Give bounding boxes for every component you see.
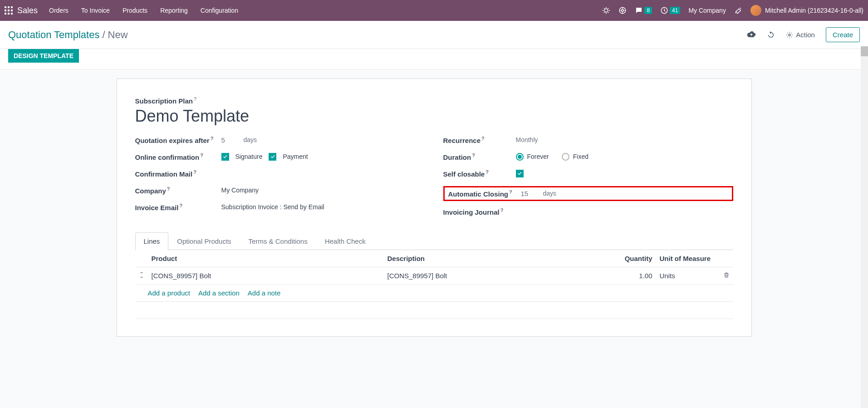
cell-description[interactable]: [CONS_89957] Bolt — [384, 267, 620, 284]
self-closable-label: Self closable — [443, 170, 485, 178]
expires-label: Quotation expires after — [135, 137, 210, 144]
svg-rect-8 — [11, 13, 13, 15]
cell-quantity[interactable]: 1.00 — [620, 267, 656, 284]
messages-badge: 8 — [644, 7, 652, 14]
table-row[interactable]: [CONS_89957] Bolt [CONS_89957] Bolt 1.00… — [135, 267, 733, 284]
tab-health-check[interactable]: Health Check — [316, 232, 374, 250]
help-icon[interactable]: ? — [485, 169, 489, 175]
design-template-button[interactable]: DESIGN TEMPLATE — [8, 49, 79, 63]
svg-rect-1 — [8, 6, 10, 8]
lines-table: Product Description Quantity Unit of Mea… — [135, 250, 733, 285]
col-description: Description — [384, 250, 620, 267]
form-left-col: Quotation expires after? days Online con… — [135, 136, 425, 224]
duration-forever-radio[interactable] — [516, 153, 524, 161]
conf-mail-label: Confirmation Mail — [135, 170, 193, 178]
menu-products[interactable]: Products — [123, 7, 147, 14]
signature-label: Signature — [235, 153, 263, 160]
field-automatic-closing: Automatic Closing? days — [443, 186, 733, 201]
cloud-save-icon[interactable] — [747, 30, 756, 39]
help-icon[interactable]: ? — [193, 169, 196, 175]
col-product: Product — [148, 250, 384, 267]
duration-label: Duration — [443, 153, 471, 161]
menu-configuration[interactable]: Configuration — [201, 7, 238, 14]
self-closable-checkbox[interactable] — [516, 170, 524, 177]
apps-icon[interactable] — [5, 6, 13, 15]
help-icon[interactable]: ? — [481, 136, 485, 141]
svg-rect-5 — [11, 10, 13, 11]
menu-orders[interactable]: Orders — [49, 7, 69, 14]
svg-point-13 — [789, 34, 790, 36]
breadcrumb-root[interactable]: Quotation Templates — [8, 29, 99, 41]
help-icon[interactable]: ? — [509, 189, 512, 195]
template-title-input[interactable] — [135, 107, 733, 126]
header-actions: Action Create — [747, 27, 860, 42]
svg-point-11 — [622, 10, 624, 12]
activities-icon[interactable]: 41 — [660, 6, 680, 15]
content-area: Subscription Plan? Quotation expires aft… — [0, 69, 868, 355]
fixed-label: Fixed — [573, 153, 588, 160]
subscription-plan-field: Subscription Plan? — [135, 96, 733, 105]
help-icon[interactable]: ? — [500, 207, 504, 213]
avatar — [750, 5, 761, 16]
tab-optional-products[interactable]: Optional Products — [168, 232, 240, 250]
trash-icon[interactable] — [723, 272, 730, 280]
messages-icon[interactable]: 8 — [635, 6, 652, 15]
breadcrumb-bar: Quotation Templates / New Action Create — [0, 21, 868, 49]
duration-fixed-radio[interactable] — [562, 153, 569, 161]
help-icon[interactable]: ? — [200, 152, 203, 158]
drag-handle-icon[interactable] — [135, 267, 148, 284]
field-invoice-email: Invoice Email? Subscription Invoice : Se… — [135, 203, 425, 211]
payment-label: Payment — [283, 153, 308, 160]
field-online-confirmation: Online confirmation? Signature Payment — [135, 152, 425, 161]
col-uom: Unit of Measure — [656, 250, 720, 267]
app-brand[interactable]: Sales — [17, 6, 38, 15]
support-icon[interactable] — [618, 6, 627, 15]
tools-icon[interactable] — [734, 6, 742, 15]
create-button[interactable]: Create — [826, 27, 860, 42]
action-dropdown[interactable]: Action — [786, 31, 815, 39]
company-value[interactable]: My Company — [221, 187, 259, 194]
svg-rect-3 — [5, 10, 6, 11]
scrollbar[interactable] — [861, 46, 868, 355]
expires-value-input[interactable] — [221, 136, 237, 144]
signature-checkbox[interactable] — [221, 153, 229, 161]
help-icon[interactable]: ? — [211, 136, 214, 141]
help-icon[interactable]: ? — [167, 186, 170, 192]
invoice-email-value[interactable]: Subscription Invoice : Send by Email — [221, 203, 324, 211]
add-product-link[interactable]: Add a product — [148, 289, 190, 297]
bug-icon[interactable] — [602, 6, 610, 15]
cell-uom[interactable]: Units — [656, 267, 720, 284]
help-icon[interactable]: ? — [194, 96, 196, 102]
col-quantity: Quantity — [620, 250, 656, 267]
add-section-link[interactable]: Add a section — [198, 289, 240, 297]
field-self-closable: Self closable? — [443, 169, 733, 178]
add-note-link[interactable]: Add a note — [248, 289, 281, 297]
user-menu[interactable]: Mitchell Admin (21623424-16-0-all) — [750, 5, 863, 16]
help-icon[interactable]: ? — [472, 152, 475, 158]
empty-row — [135, 302, 733, 319]
tab-terms-conditions[interactable]: Terms & Conditions — [240, 232, 316, 250]
subscription-plan-label: Subscription Plan — [135, 97, 193, 105]
invoice-email-label: Invoice Email — [135, 204, 179, 211]
company-switcher[interactable]: My Company — [688, 7, 726, 14]
tab-lines[interactable]: Lines — [135, 232, 169, 250]
cell-product[interactable]: [CONS_89957] Bolt — [148, 267, 384, 284]
action-label: Action — [796, 31, 815, 39]
menu-to-invoice[interactable]: To Invoice — [81, 7, 110, 14]
top-nav: Sales Orders To Invoice Products Reporti… — [0, 0, 868, 21]
tabs: Lines Optional Products Terms & Conditio… — [135, 232, 733, 250]
user-name: Mitchell Admin (21623424-16-0-all) — [765, 7, 863, 14]
svg-rect-6 — [5, 13, 6, 15]
form-right-col: Recurrence? Monthly Duration? Forever Fi… — [443, 136, 733, 224]
scrollbar-thumb[interactable] — [861, 46, 868, 56]
help-icon[interactable]: ? — [179, 203, 182, 208]
auto-closing-value-input[interactable] — [521, 190, 537, 197]
payment-checkbox[interactable] — [269, 153, 276, 161]
expires-unit: days — [244, 136, 257, 143]
company-label: Company — [135, 187, 166, 195]
recurrence-value[interactable]: Monthly — [516, 136, 538, 143]
menu-reporting[interactable]: Reporting — [160, 7, 188, 14]
discard-icon[interactable] — [767, 31, 775, 39]
field-confirmation-mail: Confirmation Mail? — [135, 169, 425, 178]
status-row: DESIGN TEMPLATE — [0, 49, 868, 69]
